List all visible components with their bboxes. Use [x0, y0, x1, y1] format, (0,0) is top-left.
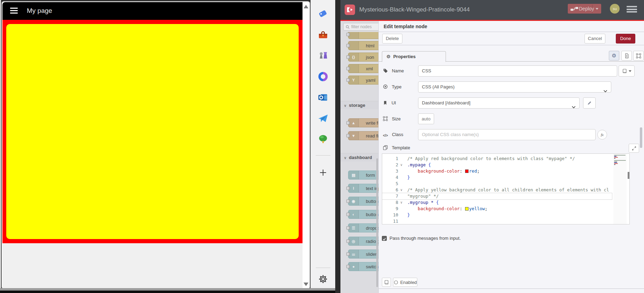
fold-icon[interactable]: ∨ — [400, 199, 402, 206]
fold-icon[interactable]: ∨ — [400, 162, 402, 168]
code-line-6: 6∨/* Apply yellow background color to al… — [382, 187, 612, 193]
dashboard-scrollbar[interactable] — [303, 2, 310, 289]
palette-node-form[interactable]: ▤form — [348, 171, 378, 180]
library-dropdown-button[interactable] — [619, 65, 635, 77]
tab-properties[interactable]: ⚙Properties — [382, 51, 446, 62]
outlook-icon[interactable] — [316, 91, 330, 104]
color-swatch[interactable] — [465, 169, 469, 173]
node-icon: ⚌ — [348, 250, 359, 258]
node-icon: ◎ — [348, 237, 359, 245]
fold-icon[interactable]: ∨ — [400, 187, 402, 193]
passthrough-checkbox[interactable] — [382, 236, 387, 241]
size-auto-button[interactable]: auto — [418, 113, 434, 124]
palette-node-button[interactable]: ◉button — [348, 197, 378, 206]
node-icon: ◐ — [348, 210, 359, 219]
line-number: 8 — [382, 199, 398, 206]
expand-editor-button[interactable] — [629, 144, 639, 153]
tag-icon[interactable] — [316, 7, 330, 20]
palette-filter-input[interactable]: filter nodes — [343, 23, 378, 31]
template-code-editor[interactable]: 1/* Apply red background color to elemen… — [382, 153, 630, 224]
tray-scrollbar[interactable] — [640, 127, 642, 148]
flowfuse-logo-icon — [345, 5, 355, 15]
dialog-tab-row: ⚙Properties ⚙ — [379, 45, 644, 62]
minimap-line — [614, 157, 618, 158]
hamburger-icon[interactable] — [10, 8, 18, 14]
done-button[interactable]: Done — [616, 34, 635, 43]
node-label: read file — [366, 133, 378, 138]
deploy-button[interactable]: Deploy — [568, 4, 601, 14]
minimap-line — [614, 158, 615, 159]
gear-icon[interactable] — [316, 272, 330, 286]
editor-scrollbar[interactable] — [628, 172, 629, 179]
line-number: 4 — [382, 174, 398, 181]
telegram-icon[interactable] — [316, 112, 330, 125]
delete-button[interactable]: Delete — [382, 34, 402, 43]
tree-icon[interactable] — [316, 133, 330, 146]
dashboard-group — [6, 24, 299, 239]
ui-select[interactable]: Dashboard [/dashboard] — [418, 97, 580, 109]
palette-section-dashboard[interactable]: ∨dashboard — [340, 153, 378, 161]
library-button[interactable] — [382, 278, 391, 287]
palette-node-slider[interactable]: ⚌slider — [348, 250, 378, 259]
appearance-tab-button[interactable] — [633, 51, 644, 61]
taskbar-strip — [0, 291, 335, 293]
palette-node-html[interactable]: html — [348, 41, 378, 50]
scroll-up-icon[interactable] — [304, 5, 308, 8]
properties-tab-button[interactable]: ⚙ — [609, 51, 619, 61]
minimap-line — [614, 155, 626, 156]
check-icon — [382, 237, 386, 241]
status-circle-icon — [394, 280, 398, 285]
palette-section-storage[interactable]: ∨storage — [340, 101, 378, 109]
dashboard-window: My page — [1, 1, 311, 290]
deploy-node-icon — [571, 7, 578, 13]
palette-node-write-file[interactable]: ▲write file — [348, 118, 378, 127]
edit-ui-button[interactable] — [583, 97, 596, 109]
palette-node-json[interactable]: {}json — [348, 53, 378, 62]
type-select[interactable]: CSS (All Pages) — [418, 81, 611, 93]
size-label: Size — [383, 116, 401, 121]
code-line-1: 1/* Apply red background color to elemen… — [382, 156, 612, 162]
main-menu-icon[interactable] — [627, 6, 637, 14]
enabled-toggle-button[interactable]: Enabled — [393, 278, 417, 287]
minimap-line — [614, 161, 617, 162]
name-input[interactable]: CSS — [418, 65, 617, 77]
cancel-button[interactable]: Cancel — [584, 34, 605, 43]
node-icon — [348, 41, 359, 50]
line-number: 10 — [382, 212, 398, 218]
palette-node-text-input[interactable]: Itext input — [348, 184, 378, 193]
chess-icon[interactable] — [316, 49, 330, 62]
loop-icon[interactable] — [316, 70, 330, 83]
chevron-down-icon — [603, 86, 607, 96]
plus-icon[interactable] — [316, 166, 330, 179]
palette-node-read-file[interactable]: ▼read file — [348, 131, 378, 140]
scroll-down-icon[interactable] — [304, 283, 308, 286]
user-avatar[interactable]: su — [610, 4, 620, 14]
palette-node-button-group[interactable]: ◐button group — [348, 210, 378, 219]
template-label: Template — [383, 145, 410, 150]
fx-button[interactable]: fx — [597, 130, 607, 140]
pencil-icon — [587, 101, 592, 105]
minimap-line — [614, 156, 616, 157]
toolbox-icon[interactable] — [316, 29, 330, 42]
color-swatch[interactable] — [465, 207, 469, 211]
book-icon — [622, 69, 627, 73]
deploy-dropdown-icon[interactable] — [596, 8, 598, 10]
palette-node-xml[interactable]: xml — [348, 64, 378, 73]
launcher-divider — [316, 155, 330, 156]
description-tab-button[interactable] — [621, 51, 632, 61]
search-icon — [345, 25, 350, 29]
palette-filter-placeholder: filter nodes — [351, 24, 372, 29]
palette-node-switch[interactable]: ●switch — [348, 262, 378, 271]
palette-node-radio-group[interactable]: ◎radio group — [348, 237, 378, 246]
palette-scrollbar[interactable] — [376, 158, 378, 287]
node-icon: ▲ — [348, 119, 359, 127]
code-line-10: 10} — [382, 212, 612, 218]
line-number: 1 — [382, 156, 398, 162]
type-label: Type — [383, 84, 402, 89]
class-input[interactable]: Optional CSS class name(s) — [418, 129, 596, 140]
bookmark-icon — [383, 101, 387, 105]
palette-node-dropdown[interactable]: ☰dropdown — [348, 223, 378, 232]
dashboard-empty-area — [2, 243, 303, 289]
palette-node-yaml[interactable]: Yyaml — [348, 76, 378, 85]
node-icon: I — [348, 184, 359, 192]
